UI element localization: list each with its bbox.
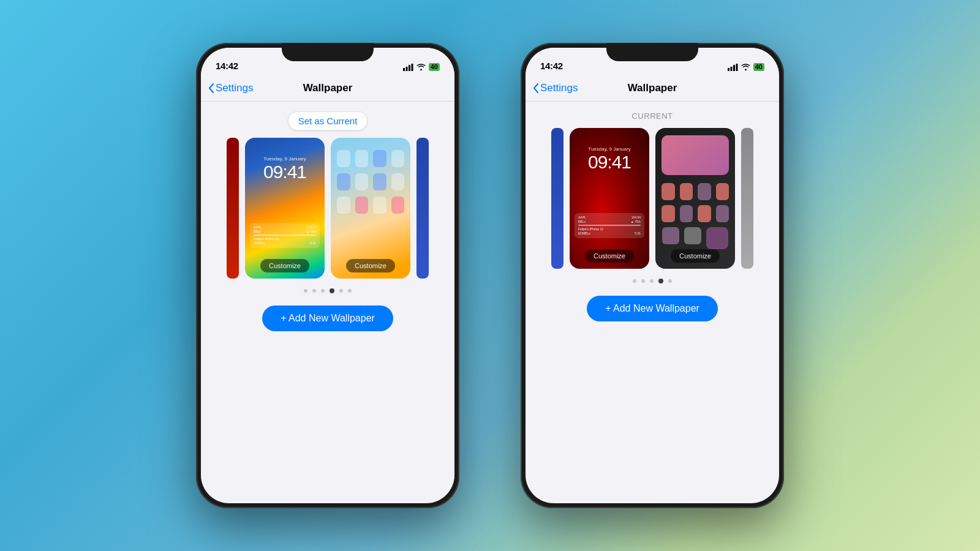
wifi-icon-left bbox=[417, 64, 426, 70]
dot-1 bbox=[304, 289, 307, 293]
phone-left: 14:42 40 bbox=[196, 43, 459, 508]
app-icon-r bbox=[698, 183, 711, 200]
app-icon bbox=[373, 197, 386, 214]
stock-bar bbox=[254, 234, 316, 236]
app-row-r3 bbox=[662, 227, 729, 249]
signal-icon-right bbox=[728, 64, 738, 71]
set-current-button[interactable]: Set as Current bbox=[288, 111, 368, 130]
app-icon bbox=[391, 173, 405, 190]
stock-row-r3: EDMBLx5.21 bbox=[578, 231, 641, 235]
wallpaper-home-red-right[interactable]: Customize bbox=[655, 128, 735, 269]
customize-home-left[interactable]: Customize bbox=[346, 259, 395, 272]
app-icon bbox=[355, 150, 369, 167]
app-icon-r bbox=[684, 227, 701, 244]
dot-r1 bbox=[633, 279, 636, 283]
app-icon bbox=[337, 150, 350, 167]
app-grid-right bbox=[662, 183, 729, 249]
dot-r4-active bbox=[658, 279, 663, 283]
lock-date-right: Tuesday, 9 January bbox=[570, 146, 649, 152]
app-row-3 bbox=[337, 197, 404, 214]
app-row-1 bbox=[337, 150, 404, 167]
app-icon-r bbox=[698, 205, 711, 222]
wallpaper-carousel-left: Tuesday, 9 January 09:41 AAPL164.94 BBLx… bbox=[201, 138, 454, 279]
peek-card-right-blue bbox=[417, 138, 429, 279]
back-button-left[interactable]: Settings bbox=[208, 82, 253, 94]
dot-6 bbox=[348, 289, 352, 293]
lock-widget-left: AAPL164.94 BBLx▲ 75% Felipe's iPhone 12 … bbox=[250, 223, 320, 248]
nav-title-right: Wallpaper bbox=[628, 82, 677, 94]
app-icon bbox=[391, 150, 405, 167]
stock-row-2: BBLx▲ 75% bbox=[254, 230, 316, 233]
lock-time-display-right: Tuesday, 9 January 09:41 bbox=[570, 146, 649, 171]
back-button-right[interactable]: Settings bbox=[533, 82, 578, 94]
dot-4-active bbox=[330, 288, 334, 293]
wallpaper-home-left[interactable]: Customize bbox=[331, 138, 410, 279]
svg-rect-2 bbox=[409, 65, 410, 71]
wallpaper-lock-red-right[interactable]: Tuesday, 9 January 09:41 AAPL164.94 BBLx… bbox=[570, 128, 649, 269]
stock-bar-r bbox=[578, 225, 641, 226]
phone-inner-left: 14:42 40 bbox=[201, 48, 454, 503]
app-icon bbox=[373, 150, 386, 167]
app-icon bbox=[337, 197, 350, 214]
nav-bar-right: Settings Wallpaper bbox=[526, 75, 779, 102]
add-wallpaper-button-left[interactable]: + Add New Wallpaper bbox=[262, 305, 393, 331]
home-top-widget bbox=[662, 135, 729, 175]
app-icon-r bbox=[662, 183, 675, 200]
app-icon-r bbox=[706, 227, 728, 249]
wallpaper-carousel-right: Tuesday, 9 January 09:41 AAPL164.94 BBLx… bbox=[526, 128, 779, 269]
battery-icon-left: 40 bbox=[429, 63, 440, 71]
lock-widget-right: AAPL164.94 BBLx▲ 75% Felipe's iPhone 12 … bbox=[575, 213, 644, 238]
phone-right: 14:42 40 bbox=[521, 43, 784, 508]
lock-time-display-left: Tuesday, 9 January 09:41 bbox=[245, 156, 325, 181]
wifi-icon-right bbox=[741, 64, 750, 70]
app-icon-r bbox=[716, 205, 729, 222]
dot-r3 bbox=[650, 279, 654, 283]
svg-rect-7 bbox=[736, 64, 737, 71]
dot-3 bbox=[321, 289, 325, 293]
back-chevron-left bbox=[208, 83, 214, 93]
svg-rect-6 bbox=[733, 65, 735, 71]
peek-card-right-blue2 bbox=[551, 128, 564, 269]
peek-card-left-dark bbox=[227, 138, 239, 279]
status-icons-left: 40 bbox=[403, 63, 440, 71]
app-icon-r bbox=[680, 183, 693, 200]
app-icon-r bbox=[680, 205, 693, 222]
content-left: Set as Current Tuesday, 9 January 09:41 bbox=[201, 102, 454, 341]
scene: 14:42 40 bbox=[196, 43, 784, 508]
content-right: CURRENT Tuesday, 9 January 09:41 AAPL1 bbox=[526, 102, 779, 331]
nav-bar-left: Settings Wallpaper bbox=[201, 75, 454, 102]
back-chevron-right bbox=[533, 83, 539, 93]
dot-r2 bbox=[641, 279, 645, 283]
status-icons-right: 40 bbox=[728, 63, 764, 71]
nav-title-left: Wallpaper bbox=[303, 82, 353, 94]
status-time-left: 14:42 bbox=[216, 61, 238, 71]
app-row-r1 bbox=[662, 183, 729, 200]
dot-5 bbox=[339, 289, 343, 293]
app-icon bbox=[337, 173, 350, 190]
app-grid-left bbox=[337, 150, 404, 214]
customize-lock-red[interactable]: Customize bbox=[585, 249, 634, 263]
stock-row-r2: BBLx▲ 75% bbox=[578, 220, 641, 223]
customize-lock-left[interactable]: Customize bbox=[260, 259, 309, 272]
dot-2 bbox=[312, 289, 316, 293]
app-icon bbox=[373, 173, 386, 190]
lock-time-left: 09:41 bbox=[245, 163, 325, 181]
svg-rect-1 bbox=[405, 67, 407, 71]
customize-home-red[interactable]: Customize bbox=[671, 249, 720, 263]
app-icon bbox=[355, 197, 369, 214]
add-wallpaper-button-right[interactable]: + Add New Wallpaper bbox=[587, 296, 718, 321]
app-icon-r bbox=[662, 227, 679, 244]
back-label-left: Settings bbox=[216, 82, 253, 94]
back-label-right: Settings bbox=[540, 82, 578, 94]
dot-r5 bbox=[668, 279, 672, 283]
phone-label: Felipe's iPhone 12 bbox=[254, 237, 316, 241]
svg-rect-4 bbox=[728, 68, 729, 71]
lock-time-right: 09:41 bbox=[570, 153, 649, 171]
pagination-left bbox=[304, 288, 352, 293]
app-icon bbox=[391, 197, 405, 214]
svg-rect-0 bbox=[403, 68, 405, 71]
wallpaper-lock-left[interactable]: Tuesday, 9 January 09:41 AAPL164.94 BBLx… bbox=[245, 138, 325, 279]
svg-rect-5 bbox=[730, 67, 732, 71]
pagination-right bbox=[633, 279, 672, 283]
app-row-2 bbox=[337, 173, 404, 190]
